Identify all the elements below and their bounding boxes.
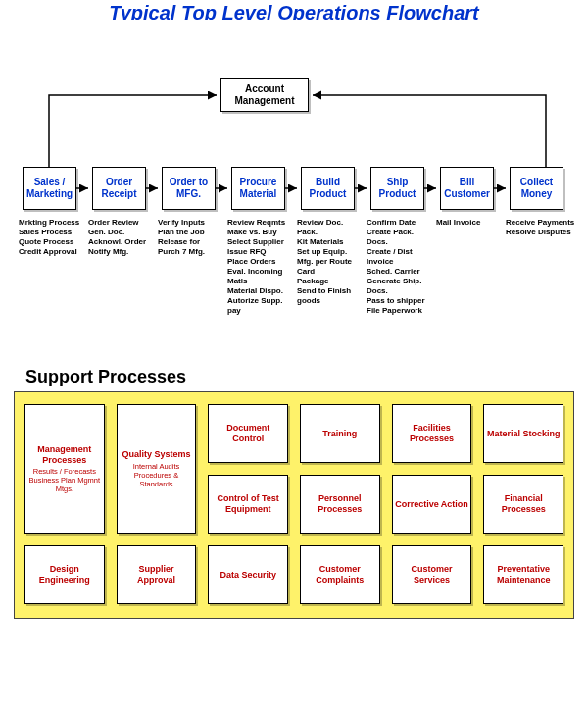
flowchart-area: Account Management Sales / Marketing Ord… bbox=[0, 20, 588, 363]
step-detail-item: Receive Payments bbox=[506, 218, 579, 228]
step-detail-item: Create Pack. Docs. bbox=[367, 228, 428, 247]
step-detail-item: Create / Dist Invoice bbox=[367, 247, 428, 267]
step-detail-item: Notify Mfg. bbox=[88, 247, 150, 257]
step-details-2: Verify InputsPlan the JobRelease for Pur… bbox=[158, 218, 220, 257]
step-details-4: Review Doc. Pack.Kit MaterialsSet up Equ… bbox=[297, 218, 359, 306]
step-detail-item: Set up Equip. bbox=[297, 247, 359, 257]
step-detail-item: Kit Materials bbox=[297, 237, 359, 247]
step-detail-item: Select Supplier bbox=[227, 237, 289, 247]
step-detail-item: Review Doc. Pack. bbox=[297, 218, 359, 237]
step-details-7: Receive PaymentsResolve Disputes bbox=[506, 218, 579, 237]
sup-quality-systems: Quality Systems Internal Audits Procedur… bbox=[117, 404, 197, 534]
step-detail-item: File Paperwork bbox=[367, 306, 428, 316]
step-detail-item: Mfg. per Route Card bbox=[297, 257, 359, 277]
step-detail-item: Plan the Job bbox=[158, 228, 220, 237]
step-detail-item: Mrkting Process bbox=[19, 218, 80, 228]
sup-document-control: Document Control bbox=[208, 404, 288, 463]
step-detail-item: Material Dispo. bbox=[227, 286, 289, 296]
step-order-receipt: Order Receipt bbox=[92, 167, 146, 210]
step-detail-item: Release for Purch 7 Mfg. bbox=[158, 237, 220, 257]
sup-control-test-equip: Control of Test Equipment bbox=[208, 475, 288, 534]
step-ship-product: Ship Product bbox=[370, 167, 424, 210]
sup-data-security: Data Security bbox=[208, 545, 288, 604]
step-detail-item: Eval. Incoming Matls bbox=[227, 267, 289, 286]
flow-lines bbox=[0, 20, 588, 363]
sup-management-processes: Management Processes Results / Forecasts… bbox=[24, 404, 105, 534]
sup-material-stocking: Material Stocking bbox=[483, 404, 564, 463]
sup-corrective-action: Corrective Action bbox=[392, 475, 472, 534]
account-management-box: Account Management bbox=[220, 78, 309, 112]
step-detail-item: Sched. Carrier bbox=[367, 267, 428, 277]
step-detail-item: Send to Finish goods bbox=[297, 286, 359, 306]
step-detail-item: Acknowl. Order bbox=[88, 237, 150, 247]
sup-financial: Financial Processes bbox=[483, 475, 564, 534]
step-detail-item: Credit Approval bbox=[19, 247, 80, 257]
step-detail-item: Make vs. Buy bbox=[227, 228, 289, 237]
sup-personnel: Personnel Processes bbox=[300, 475, 380, 534]
sup-label: Quality Systems bbox=[122, 449, 190, 460]
support-processes-area: Management Processes Results / Forecasts… bbox=[14, 391, 574, 619]
step-detail-item: Sales Process bbox=[19, 228, 80, 237]
step-detail-item: Package bbox=[297, 277, 359, 286]
sup-supplier-approval: Supplier Approval bbox=[117, 545, 197, 604]
step-detail-item: Mail Invoice bbox=[436, 218, 498, 228]
step-procure-material: Procure Material bbox=[231, 167, 285, 210]
step-details-1: Order ReviewGen. Doc.Acknowl. OrderNotif… bbox=[88, 218, 150, 257]
step-detail-item: Verify Inputs bbox=[158, 218, 220, 228]
sup-customer-complaints: Customer Complaints bbox=[300, 545, 380, 604]
step-detail-item: Issue RFQ bbox=[227, 247, 289, 257]
sup-preventative-maint: Preventative Maintenance bbox=[483, 545, 564, 604]
step-detail-item: Review Reqmts bbox=[227, 218, 289, 228]
sup-sublabel: Results / Forecasts Business Plan Mgmnt … bbox=[27, 467, 102, 493]
sup-facilities: Facilities Processes bbox=[392, 404, 472, 463]
step-detail-item: Gen. Doc. bbox=[88, 228, 150, 237]
step-build-product: Build Product bbox=[301, 167, 355, 210]
step-detail-item: Autorize Supp. pay bbox=[227, 296, 289, 316]
sup-sublabel: Internal Audits Procedures & Standards bbox=[120, 462, 194, 488]
step-detail-item: Quote Process bbox=[19, 237, 80, 247]
step-detail-item: Place Orders bbox=[227, 257, 289, 267]
step-details-5: Confirm DateCreate Pack. Docs.Create / D… bbox=[367, 218, 428, 316]
step-collect-money: Collect Money bbox=[510, 167, 564, 210]
step-bill-customer: Bill Customer bbox=[440, 167, 494, 210]
page-title: Typical Top Level Operations Flowchart bbox=[0, 0, 588, 20]
step-sales-marketing: Sales / Marketing bbox=[23, 167, 76, 210]
step-detail-item: Resolve Disputes bbox=[506, 228, 579, 237]
step-detail-item: Order Review bbox=[88, 218, 150, 228]
sup-label: Management Processes bbox=[27, 444, 102, 466]
step-detail-item: Generate Ship. Docs. bbox=[367, 277, 428, 296]
step-details-6: Mail Invoice bbox=[436, 218, 498, 228]
sup-training: Training bbox=[300, 404, 380, 463]
sup-design-engineering: Design Engineering bbox=[24, 545, 105, 604]
step-order-to-mfg: Order to MFG. bbox=[162, 167, 216, 210]
sup-customer-services: Customer Services bbox=[392, 545, 472, 604]
step-detail-item: Pass to shipper bbox=[367, 296, 428, 306]
step-details-3: Review ReqmtsMake vs. BuySelect Supplier… bbox=[227, 218, 289, 316]
support-processes-title: Support Processes bbox=[0, 363, 588, 391]
step-detail-item: Confirm Date bbox=[367, 218, 428, 228]
step-details-0: Mrkting ProcessSales ProcessQuote Proces… bbox=[19, 218, 80, 257]
